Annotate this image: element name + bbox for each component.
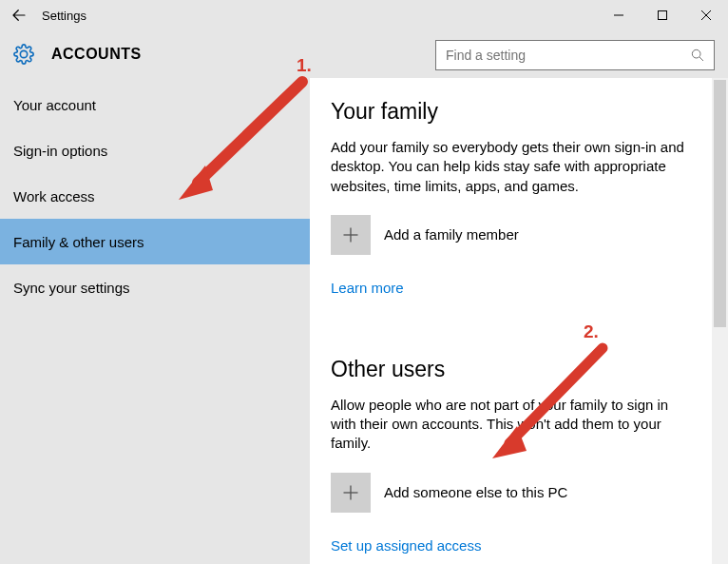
plus-icon [331, 473, 371, 513]
category-title: ACCOUNTS [51, 46, 142, 63]
sidebar-item-work-access[interactable]: Work access [0, 173, 310, 219]
svg-point-2 [692, 49, 700, 58]
sidebar-item-label: Work access [13, 188, 95, 204]
header-row: ACCOUNTS [0, 30, 728, 78]
sidebar-item-family-other-users[interactable]: Family & other users [0, 219, 310, 264]
sidebar-item-label: Sync your settings [13, 280, 130, 296]
close-icon [700, 10, 712, 21]
minimize-button[interactable] [597, 0, 641, 30]
sidebar-item-your-account[interactable]: Your account [0, 82, 310, 127]
other-users-description: Allow people who are not part of your fa… [331, 396, 691, 454]
window-title: Settings [42, 9, 86, 23]
sidebar-item-sync-your-settings[interactable]: Sync your settings [0, 264, 310, 310]
maximize-icon [657, 10, 668, 21]
sidebar-item-label: Your account [13, 97, 96, 113]
search-icon [681, 41, 714, 69]
add-family-member-row[interactable]: Add a family member [331, 215, 691, 255]
content-pane: Your family Add your family so everybody… [310, 78, 712, 564]
sidebar-item-label: Family & other users [13, 234, 144, 250]
add-family-member-label: Add a family member [384, 226, 519, 243]
add-other-user-row[interactable]: Add someone else to this PC [331, 473, 691, 513]
add-other-user-label: Add someone else to this PC [384, 484, 567, 500]
back-arrow-icon [10, 7, 28, 24]
plus-icon [331, 215, 371, 255]
learn-more-link[interactable]: Learn more [331, 280, 404, 296]
svg-rect-1 [659, 11, 667, 20]
back-button[interactable] [0, 0, 38, 30]
assigned-access-link[interactable]: Set up assigned access [331, 537, 481, 554]
scrollbar[interactable] [712, 78, 728, 564]
sidebar: Your account Sign-in options Work access… [0, 78, 310, 564]
minimize-icon [613, 10, 624, 21]
sidebar-item-label: Sign-in options [13, 143, 107, 159]
window-titlebar: Settings [0, 0, 728, 30]
family-description: Add your family so everybody gets their … [331, 138, 691, 196]
window-controls [597, 0, 728, 30]
close-button[interactable] [684, 0, 728, 30]
other-users-heading: Other users [331, 357, 691, 382]
family-heading: Your family [331, 99, 691, 125]
search-box[interactable] [435, 40, 715, 70]
annotation-number-2: 2. [584, 321, 599, 342]
scroll-thumb[interactable] [714, 80, 726, 327]
svg-line-3 [699, 57, 703, 61]
maximize-button[interactable] [641, 0, 684, 30]
gear-icon [13, 44, 34, 65]
annotation-number-1: 1. [297, 55, 312, 76]
sidebar-item-sign-in-options[interactable]: Sign-in options [0, 127, 310, 173]
search-input[interactable] [436, 41, 681, 69]
